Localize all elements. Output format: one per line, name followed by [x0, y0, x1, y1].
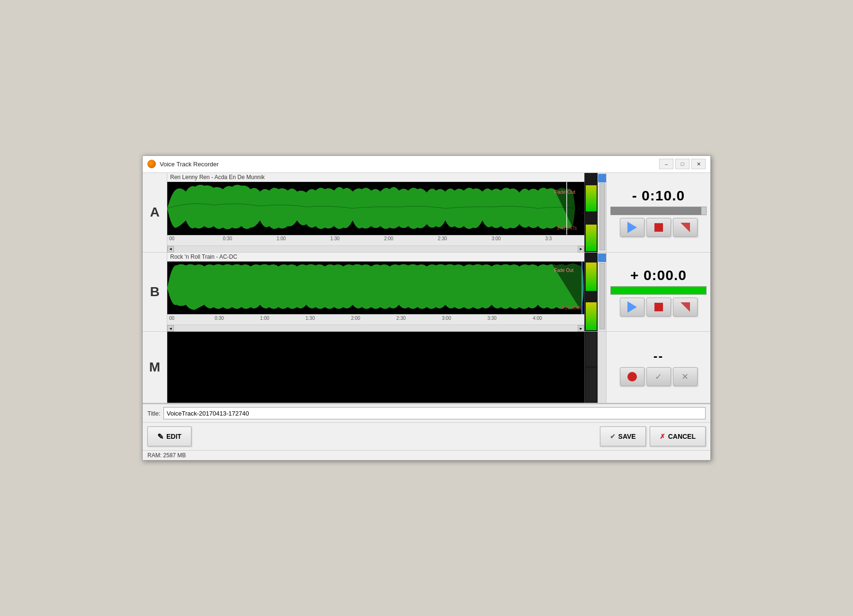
waveform-canvas-b[interactable]: Fade Out 4:20.069s [167, 262, 584, 315]
track-row-m: M -- [143, 332, 710, 403]
check-icon-m: ✓ [655, 371, 662, 382]
record-button-m[interactable] [620, 367, 644, 386]
scroll-left-a[interactable]: ◄ [167, 246, 174, 253]
track-label-m: M [143, 332, 167, 403]
timeline-b: 00 0:30 1:00 1:30 2:00 2:30 3:00 3:30 4:… [167, 314, 584, 325]
scroll-right-a[interactable]: ► [578, 246, 584, 253]
play-button-b[interactable] [620, 298, 644, 317]
window-controls: – □ ✕ [659, 159, 706, 169]
edit-label: EDIT [166, 433, 181, 440]
meter-b [584, 253, 598, 332]
track-label-a: A [143, 173, 167, 252]
record-icon-m [627, 372, 637, 381]
controls-b: + 0:00.0 [606, 253, 710, 332]
stop-icon-a [654, 223, 663, 232]
time-display-b: + 0:00.0 [630, 267, 687, 283]
scroll-right-b[interactable]: ► [578, 325, 584, 332]
check-button-m[interactable]: ✓ [646, 367, 671, 386]
edit-icon: ✎ [157, 432, 163, 441]
scroll-area-b[interactable] [598, 253, 606, 332]
maximize-button[interactable]: □ [675, 159, 690, 169]
controls-m: -- ✓ ✕ [606, 332, 710, 403]
minimize-button[interactable]: – [659, 159, 673, 169]
scrollbar-b[interactable]: ◄ ► [167, 325, 584, 331]
transport-a [620, 218, 698, 237]
close-button[interactable]: ✕ [691, 159, 706, 169]
cancel-button[interactable]: ✗ CANCEL [650, 426, 706, 446]
svg-text:Fade Out: Fade Out [554, 268, 573, 273]
svg-text:Fade Out: Fade Out [554, 189, 575, 195]
title-row: Title: [143, 404, 710, 423]
fade-button-b[interactable] [673, 298, 698, 317]
blue-indicator-b [598, 254, 607, 262]
main-content: A Ren Lenny Ren - Acda En De Munnik [143, 173, 710, 460]
controls-a: - 0:10.0 [606, 173, 710, 252]
progress-fill-a [611, 207, 701, 215]
title-input[interactable] [163, 407, 706, 419]
save-label: SAVE [618, 433, 636, 440]
track-waveform-a: Ren Lenny Ren - Acda En De Munnik Fade O… [167, 173, 584, 252]
play-button-a[interactable] [620, 218, 644, 237]
save-icon: ✔ [610, 433, 616, 440]
ram-status: RAM: 2587 MB [147, 452, 186, 459]
scroll-area-a[interactable] [598, 173, 606, 252]
progress-bar-b [610, 286, 707, 295]
window-title: Voice Track Recorder [160, 161, 659, 168]
scroll-area-m [598, 332, 606, 403]
app-icon [147, 160, 156, 168]
track-waveform-b: Rock 'n Roll Train - AC-DC Fade Out 4:20… [167, 253, 584, 332]
progress-bar-a [610, 207, 707, 215]
fade-icon-a [681, 223, 690, 232]
track-row-a: A Ren Lenny Ren - Acda En De Munnik [143, 173, 710, 253]
bottom-area: Title: ✎ EDIT ✔ SAVE ✗ CANCEL [143, 403, 710, 450]
time-display-m: -- [653, 349, 663, 363]
fade-button-a[interactable] [673, 218, 698, 237]
track-title-b: Rock 'n Roll Train - AC-DC [167, 253, 584, 262]
track-title-a: Ren Lenny Ren - Acda En De Munnik [167, 173, 584, 182]
transport-b [620, 298, 698, 317]
svg-text:3:41.247s: 3:41.247s [556, 226, 577, 231]
progress-fill-b [611, 287, 706, 294]
waveform-canvas-a[interactable]: Fade Out 3:41.247s [167, 182, 584, 235]
play-icon-a [627, 222, 637, 233]
waveform-canvas-m[interactable] [167, 332, 584, 403]
meter-m [584, 332, 598, 403]
play-icon-b [627, 301, 637, 313]
save-button[interactable]: ✔ SAVE [600, 426, 646, 446]
x-button-m[interactable]: ✕ [673, 367, 698, 386]
transport-m: ✓ ✕ [620, 367, 698, 386]
svg-text:4:20.069s: 4:20.069s [561, 305, 581, 310]
main-window: Voice Track Recorder – □ ✕ A Ren Lenny R… [142, 155, 711, 461]
x-icon-m: ✕ [681, 371, 689, 382]
stop-button-a[interactable] [646, 218, 671, 237]
stop-button-b[interactable] [646, 298, 671, 317]
scroll-left-b[interactable]: ◄ [167, 325, 174, 332]
time-display-a: - 0:10.0 [632, 188, 685, 204]
cancel-icon: ✗ [660, 433, 665, 440]
track-waveform-m [167, 332, 584, 403]
timeline-a: 00 0:30 1:00 1:30 2:00 2:30 3:00 3:3 [167, 235, 584, 245]
track-label-b: B [143, 253, 167, 332]
svg-rect-10 [167, 332, 584, 403]
stop-icon-b [654, 303, 663, 311]
title-bar: Voice Track Recorder – □ ✕ [143, 156, 710, 173]
fade-icon-b [681, 302, 690, 312]
edit-button[interactable]: ✎ EDIT [147, 426, 191, 446]
blue-indicator-a [598, 174, 607, 182]
track-row-b: B Rock 'n Roll Train - AC-DC Fade Out 4:… [143, 253, 710, 332]
meter-a [584, 173, 598, 252]
scrollbar-a[interactable]: ◄ ► [167, 245, 584, 252]
status-bar: RAM: 2587 MB [143, 450, 710, 460]
title-label: Title: [147, 410, 161, 417]
cancel-label: CANCEL [668, 433, 696, 440]
action-buttons: ✎ EDIT ✔ SAVE ✗ CANCEL [143, 423, 710, 450]
